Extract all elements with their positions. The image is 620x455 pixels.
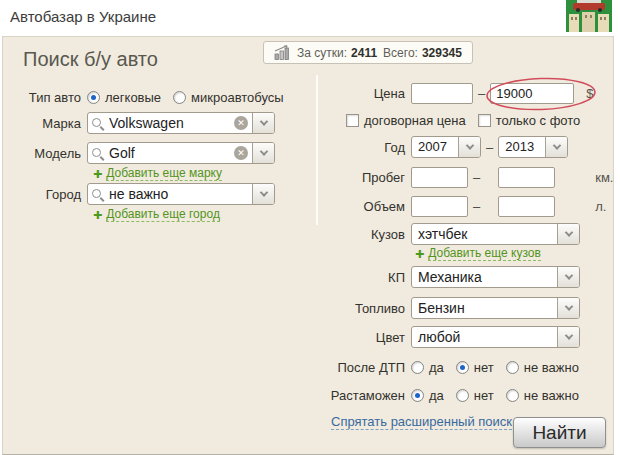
fuel-dropdown-button[interactable]	[557, 298, 579, 318]
search-button[interactable]: Найти	[513, 417, 606, 448]
plus-icon: ✚	[415, 248, 424, 260]
stats-per-day-value: 2411	[351, 46, 377, 60]
customs-yes-label[interactable]: да	[429, 388, 444, 403]
checkbox-row: договорная цена только с фото	[346, 112, 615, 128]
stats-per-day-label: За сутки:	[297, 46, 347, 60]
year-to-select[interactable]: 2013	[498, 136, 568, 158]
engine-volume-label: Объем	[321, 199, 405, 214]
negotiable-price-label[interactable]: договорная цена	[364, 113, 466, 128]
customs-any-label[interactable]: не важно	[524, 388, 579, 403]
after-accident-label: После ДТП	[321, 360, 405, 375]
year-to-dropdown-button[interactable]	[545, 137, 567, 157]
plus-icon: ✚	[93, 209, 102, 221]
mileage-unit: км.	[595, 170, 613, 185]
chevron-down-icon	[564, 331, 572, 339]
accident-any-radio[interactable]	[506, 361, 519, 374]
brand-combobox: ✕	[87, 112, 275, 134]
accident-no-radio[interactable]	[456, 361, 469, 374]
only-with-photo-label[interactable]: только с фото	[496, 113, 581, 128]
only-with-photo-checkbox[interactable]	[478, 114, 491, 127]
mileage-from-input[interactable]	[411, 167, 468, 188]
radio-cars-label[interactable]: легковые	[105, 90, 161, 105]
volume-unit: л.	[595, 199, 606, 214]
body-type-label: Кузов	[321, 227, 405, 242]
column-divider	[316, 75, 318, 225]
stats-badge: За сутки: 2411 Всего: 329345	[263, 41, 473, 64]
brand-dropdown-button[interactable]	[252, 113, 274, 133]
vehicle-type-row: Тип авто легковые микроавтобусы	[21, 89, 315, 105]
accident-no-label[interactable]: нет	[474, 360, 494, 375]
add-brand-link[interactable]: ✚ Добавить еще марку	[93, 167, 222, 181]
accident-any-label[interactable]: не важно	[524, 360, 579, 375]
mileage-label: Пробег	[321, 170, 405, 185]
price-from-input[interactable]	[411, 83, 473, 104]
body-type-row: Кузов хэтчбек	[321, 223, 615, 245]
fuel-select[interactable]: Бензин	[411, 297, 580, 319]
add-body-link[interactable]: ✚ Добавить еще кузов	[415, 247, 541, 261]
after-accident-row: После ДТП да нет не важно	[321, 359, 615, 375]
volume-to-input[interactable]	[498, 196, 555, 217]
header-bar: Автобазар в Украине	[0, 0, 620, 36]
left-form-column: Тип авто легковые микроавтобусы Марка ✕	[21, 89, 315, 221]
body-type-dropdown-button[interactable]	[557, 224, 579, 244]
price-to-input[interactable]	[490, 83, 574, 104]
customs-no-label[interactable]: нет	[474, 388, 494, 403]
model-clear-icon[interactable]: ✕	[234, 146, 248, 160]
brand-input[interactable]	[109, 115, 234, 131]
chart-icon	[274, 45, 291, 60]
mileage-to-input[interactable]	[498, 167, 555, 188]
negotiable-price-checkbox[interactable]	[346, 114, 359, 127]
gearbox-select[interactable]: Механика	[411, 266, 580, 288]
range-dash: –	[473, 199, 480, 214]
site-logo-icon[interactable]	[566, 0, 612, 32]
customs-label: Растаможен	[321, 388, 405, 403]
chevron-down-icon	[259, 147, 267, 155]
model-dropdown-button[interactable]	[252, 143, 274, 163]
range-dash: –	[473, 170, 480, 185]
chevron-down-icon	[564, 302, 572, 310]
customs-any-radio[interactable]	[506, 389, 519, 402]
brand-clear-icon[interactable]: ✕	[234, 116, 248, 130]
radio-minibuses[interactable]	[173, 91, 186, 104]
search-icon	[92, 147, 104, 159]
hide-advanced-search-link[interactable]: Спрятать расширенный поиск	[331, 414, 512, 430]
mileage-row: Пробег – км.	[321, 167, 615, 188]
page: Автобазар в Украине Поиск б/у авто	[0, 0, 620, 455]
customs-no-radio[interactable]	[456, 389, 469, 402]
fuel-row: Топливо Бензин	[321, 297, 615, 319]
customs-row: Растаможен да нет не важно	[321, 387, 615, 403]
year-from-dropdown-button[interactable]	[458, 137, 480, 157]
gearbox-dropdown-button[interactable]	[557, 267, 579, 287]
customs-yes-radio[interactable]	[411, 389, 424, 402]
accident-yes-label[interactable]: да	[429, 360, 444, 375]
radio-cars[interactable]	[87, 91, 100, 104]
fuel-label: Топливо	[321, 301, 405, 316]
add-brand-row: ✚ Добавить еще марку	[21, 167, 315, 180]
panel-title: Поиск б/у авто	[23, 48, 158, 71]
accident-yes-radio[interactable]	[411, 361, 424, 374]
city-row: Город	[21, 183, 315, 205]
right-form-column: Цена – $ договорная цена только с фото Г…	[321, 83, 615, 403]
model-label: Модель	[21, 146, 81, 161]
stats-total-label: Всего:	[383, 46, 418, 60]
model-combobox: ✕	[87, 142, 275, 164]
model-input[interactable]	[109, 145, 234, 161]
year-from-select[interactable]: 2007	[411, 136, 481, 158]
color-dropdown-button[interactable]	[557, 327, 579, 347]
range-dash: –	[486, 140, 493, 155]
search-icon	[92, 117, 104, 129]
search-icon	[92, 188, 104, 200]
color-select[interactable]: любой	[411, 326, 580, 348]
city-dropdown-button[interactable]	[252, 184, 274, 204]
radio-minibuses-label[interactable]: микроавтобусы	[191, 90, 284, 105]
price-currency: $	[586, 86, 593, 101]
chevron-down-icon	[564, 228, 572, 236]
body-type-select[interactable]: хэтчбек	[411, 223, 580, 245]
city-input[interactable]	[109, 186, 248, 202]
chevron-down-icon	[259, 188, 267, 196]
color-label: Цвет	[321, 330, 405, 345]
volume-from-input[interactable]	[411, 196, 468, 217]
add-city-link[interactable]: ✚ Добавить еще город	[93, 208, 220, 222]
city-combobox	[87, 183, 275, 205]
price-label: Цена	[321, 86, 405, 101]
